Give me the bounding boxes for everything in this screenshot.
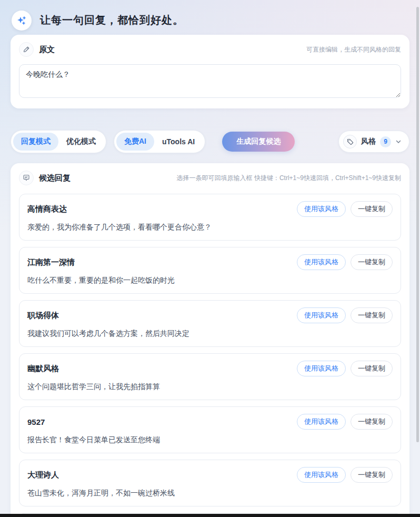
candidate-actions: 使用该风格 一键复制 (297, 361, 393, 376)
use-style-button[interactable]: 使用该风格 (297, 254, 346, 270)
candidate-style-name: 大理诗人 (27, 470, 59, 480)
candidate-text: 苍山雪未化，洱海月正明，不如一碗过桥米线 (27, 489, 393, 498)
copy-button[interactable]: 一键复制 (351, 201, 393, 217)
mode-toggle-group: 回复模式 优化模式 (11, 130, 106, 153)
candidate-actions: 使用该风格 一键复制 (297, 201, 393, 217)
tag-icon (343, 135, 357, 148)
use-style-button[interactable]: 使用该风格 (297, 361, 346, 376)
candidate-style-name: 高情商表达 (27, 204, 67, 214)
candidate-text: 吃什么不重要，重要的是和你一起吃饭的时光 (27, 276, 393, 285)
candidate-text: 这个问题堪比哲学三问，让我先掐指算算 (27, 382, 393, 392)
page-title: 让每一句回复，都恰到好处。 (40, 13, 184, 27)
window-bottom-edge (0, 514, 420, 517)
candidate-text: 报告长官！食堂今日菜单已发送至您终端 (27, 435, 393, 445)
candidate-actions: 使用该风格 一键复制 (297, 254, 393, 270)
source-card: 原文 可直接编辑，生成不同风格的回复 今晚吃什么？ (11, 35, 409, 108)
candidates-card-hint: 选择一条即可回填原输入框 快捷键：Ctrl+1~9快速回填，Ctrl+Shift… (177, 174, 401, 183)
candidate-item-header: 江南第一深情 使用该风格 一键复制 (27, 254, 393, 270)
style-count-badge: 9 (380, 136, 391, 147)
candidate-text: 亲爱的，我为你准备了几个选项，看看哪个更合你心意？ (27, 223, 393, 232)
chevron-down-icon (395, 138, 402, 145)
source-input[interactable]: 今晚吃什么？ (19, 64, 401, 98)
candidates-card-title: 候选回复 (39, 173, 71, 183)
candidate-style-name: 职场得体 (27, 311, 59, 321)
source-card-header: 原文 可直接编辑，生成不同风格的回复 (19, 42, 401, 57)
copy-button[interactable]: 一键复制 (351, 467, 393, 483)
candidate-item: 职场得体 使用该风格 一键复制 我建议我们可以考虑几个备选方案，然后共同决定 (19, 300, 401, 347)
candidates-list: 高情商表达 使用该风格 一键复制 亲爱的，我为你准备了几个选项，看看哪个更合你心… (19, 194, 401, 517)
candidate-item: 9527 使用该风格 一键复制 报告长官！食堂今日菜单已发送至您终端 (19, 406, 401, 453)
ai-utools-button[interactable]: uTools AI (154, 133, 203, 150)
candidate-actions: 使用该风格 一键复制 (297, 307, 393, 323)
source-card-hint: 可直接编辑，生成不同风格的回复 (306, 45, 401, 54)
style-dropdown-label: 风格 (361, 137, 376, 146)
toolbar: 回复模式 优化模式 免费AI uTools AI 生成回复候选 风格 9 (11, 130, 409, 154)
candidate-actions: 使用该风格 一键复制 (297, 414, 393, 430)
style-dropdown[interactable]: 风格 9 (338, 131, 409, 153)
use-style-button[interactable]: 使用该风格 (297, 201, 346, 217)
candidate-style-name: 幽默风格 (27, 364, 59, 374)
copy-button[interactable]: 一键复制 (351, 361, 393, 376)
candidate-text: 我建议我们可以考虑几个备选方案，然后共同决定 (27, 329, 393, 339)
candidate-style-name: 9527 (27, 417, 45, 426)
copy-button[interactable]: 一键复制 (351, 307, 393, 323)
copy-button[interactable]: 一键复制 (351, 254, 393, 270)
candidate-actions: 使用该风格 一键复制 (297, 467, 393, 483)
use-style-button[interactable]: 使用该风格 (297, 467, 346, 483)
candidate-item: 江南第一深情 使用该风格 一键复制 吃什么不重要，重要的是和你一起吃饭的时光 (19, 247, 401, 294)
comment-icon (19, 171, 34, 185)
scrollbar-thumb[interactable] (416, 7, 419, 442)
ai-toggle-group: 免费AI uTools AI (114, 130, 205, 153)
candidate-item-header: 幽默风格 使用该风格 一键复制 (27, 361, 393, 376)
candidate-item: 幽默风格 使用该风格 一键复制 这个问题堪比哲学三问，让我先掐指算算 (19, 353, 401, 400)
edit-icon (19, 42, 34, 57)
use-style-button[interactable]: 使用该风格 (297, 307, 346, 323)
ai-free-button[interactable]: 免费AI (116, 133, 154, 151)
generate-button[interactable]: 生成回复候选 (222, 132, 295, 152)
source-card-title: 原文 (39, 45, 55, 55)
app-header: 让每一句回复，都恰到好处。 (0, 0, 420, 35)
candidate-item-header: 大理诗人 使用该风格 一键复制 (27, 467, 393, 483)
candidate-item: 大理诗人 使用该风格 一键复制 苍山雪未化，洱海月正明，不如一碗过桥米线 (19, 460, 401, 506)
sparkles-icon (12, 11, 32, 31)
candidate-style-name: 江南第一深情 (27, 257, 75, 267)
app-window: 让每一句回复，都恰到好处。 原文 可直接编辑，生成不同风格的回复 今晚吃什么？ … (0, 0, 420, 517)
candidate-item-header: 职场得体 使用该风格 一键复制 (27, 307, 393, 323)
mode-optimize-button[interactable]: 优化模式 (58, 133, 104, 151)
candidates-card: 候选回复 选择一条即可回填原输入框 快捷键：Ctrl+1~9快速回填，Ctrl+… (11, 163, 409, 517)
use-style-button[interactable]: 使用该风格 (297, 414, 346, 430)
candidate-item: 高情商表达 使用该风格 一键复制 亲爱的，我为你准备了几个选项，看看哪个更合你心… (19, 194, 401, 241)
mode-reply-button[interactable]: 回复模式 (13, 133, 58, 151)
candidates-card-header: 候选回复 选择一条即可回填原输入框 快捷键：Ctrl+1~9快速回填，Ctrl+… (19, 171, 401, 185)
candidate-item-header: 9527 使用该风格 一键复制 (27, 414, 393, 430)
candidate-item-header: 高情商表达 使用该风格 一键复制 (27, 201, 393, 217)
copy-button[interactable]: 一键复制 (351, 414, 393, 430)
